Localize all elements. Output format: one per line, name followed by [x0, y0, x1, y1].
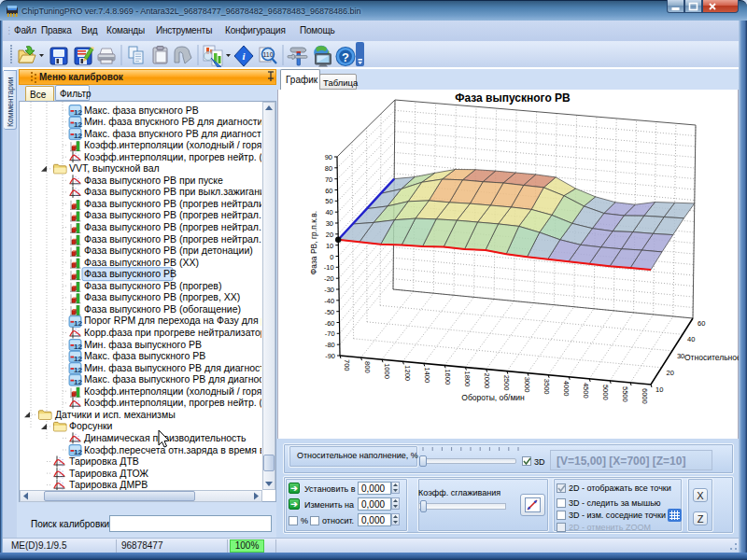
- svg-text:Коэфф.интерполяции (холодный /: Коэфф.интерполяции (холодный / горячий ): [84, 139, 261, 150]
- svg-text:-90: -90: [325, 352, 335, 360]
- svg-text:-40: -40: [324, 297, 334, 305]
- svg-text:Фаза выпускного РВ при пуске: Фаза выпускного РВ при пуске: [84, 175, 223, 186]
- svg-text:1000: 1000: [383, 363, 391, 379]
- svg-text:-20: -20: [324, 274, 334, 283]
- svg-text:Фаза выпускного РВ (прогрев не: Фаза выпускного РВ (прогрев нейтрал., хо…: [84, 209, 261, 220]
- svg-text:Макс. фаза впускного РВ для ди: Макс. фаза впускного РВ для диагностики: [84, 128, 261, 139]
- svg-text:Фаза РВ, гр.п.к.в.: Фаза РВ, гр.п.к.в.: [309, 211, 318, 274]
- svg-text:Тарировка ДТВ: Тарировка ДТВ: [69, 455, 139, 467]
- svg-text:Форсунки: Форсунки: [69, 420, 113, 431]
- svg-text:60: 60: [325, 187, 332, 195]
- svg-text:Фаза выпускного РВ: Фаза выпускного РВ: [455, 91, 571, 105]
- svg-text:Макс. фаза выпускного РВ для д: Макс. фаза выпускного РВ для диагностики: [84, 373, 261, 385]
- svg-text:4000: 4000: [562, 381, 571, 397]
- svg-text:-50: -50: [324, 308, 334, 316]
- svg-text:Фаза выпускного РВ при выкл.за: Фаза выпускного РВ при выкл.зажигания: [84, 186, 261, 197]
- svg-text:800: 800: [363, 361, 372, 373]
- svg-text:Макс. фаза выпускного РВ: Макс. фаза выпускного РВ: [84, 350, 205, 361]
- svg-text:Фаза выпускного РВ (прогрев не: Фаза выпускного РВ (прогрев нейтрал., XX…: [84, 221, 261, 232]
- svg-text:1200: 1200: [403, 365, 412, 381]
- svg-text:0: 0: [330, 253, 333, 261]
- svg-text:5000: 5000: [601, 385, 610, 400]
- svg-text:1400: 1400: [423, 367, 431, 383]
- svg-text:90: 90: [325, 153, 332, 161]
- svg-text:Фаза выпускного РВ (прогрев не: Фаза выпускного РВ (прогрев нейтрализато…: [84, 198, 261, 209]
- svg-text:Датчики и исп. механизмы: Датчики и исп. механизмы: [55, 409, 176, 420]
- svg-text:-60: -60: [325, 319, 335, 328]
- svg-text:Мин. фаза впускного РВ для диа: Мин. фаза впускного РВ для диагностики: [84, 116, 261, 127]
- svg-text:10: 10: [655, 385, 663, 394]
- svg-text:Мин. фаза выпускного РВ: Мин. фаза выпускного РВ: [84, 339, 202, 350]
- svg-text:Фаза выпускного РВ: Фаза выпускного РВ: [84, 268, 176, 279]
- svg-text:Мин. фаза выпускного РВ для ди: Мин. фаза выпускного РВ для диагностики: [84, 362, 261, 373]
- svg-text:Тарировка ДМРВ: Тарировка ДМРВ: [69, 479, 148, 490]
- svg-text:6000: 6000: [641, 388, 649, 404]
- svg-text:2500: 2500: [502, 375, 511, 391]
- svg-text:3500: 3500: [543, 379, 551, 395]
- svg-text:Корр.фаза при прогреве нейтрал: Корр.фаза при прогреве нейтрализатора: [84, 327, 261, 338]
- svg-text:1800: 1800: [463, 371, 472, 387]
- svg-text:Фаза выпускного РВ (обогащение: Фаза выпускного РВ (обогащение): [84, 303, 241, 315]
- svg-text:Коэфф.интерполяции (холодный /: Коэфф.интерполяции (холодный / горячий ): [84, 385, 261, 397]
- svg-text:-80: -80: [325, 341, 335, 349]
- svg-text:Фаза выпускного РВ (прогрев не: Фаза выпускного РВ (прогрев нейтрал., XX…: [84, 233, 261, 245]
- svg-text:50: 50: [325, 197, 332, 205]
- svg-text:Относительное н: Относительное н: [684, 353, 741, 362]
- svg-text:Порог RPM для перехода на Фазу: Порог RPM для перехода на Фазу для режим…: [84, 315, 261, 326]
- svg-text:40: 40: [325, 208, 332, 217]
- svg-text:3000: 3000: [523, 377, 531, 393]
- svg-text:60: 60: [698, 319, 705, 328]
- svg-text:40: 40: [687, 335, 695, 343]
- svg-text:700: 700: [343, 359, 351, 371]
- svg-text:80: 80: [325, 164, 332, 173]
- svg-text:Тарировка ДТОЖ: Тарировка ДТОЖ: [69, 468, 148, 479]
- svg-text:Коэфф.пересчета отн.заряда в в: Коэфф.пересчета отн.заряда в время впрыс…: [84, 444, 261, 455]
- svg-text:110: 110: [262, 51, 273, 58]
- svg-text:30: 30: [326, 219, 333, 228]
- svg-text:20: 20: [667, 369, 674, 377]
- svg-text:4500: 4500: [582, 383, 590, 399]
- svg-text:?: ?: [342, 50, 349, 64]
- svg-text:-10: -10: [324, 263, 334, 272]
- svg-text:Коэфф.интерполяции, прогрев не: Коэфф.интерполяции, прогрев нейтр. (холо…: [84, 397, 261, 408]
- svg-text:70: 70: [325, 175, 332, 184]
- svg-text:Фаза выпускного РВ (XX): Фаза выпускного РВ (XX): [84, 257, 199, 268]
- svg-text:Фаза выпускного РВ (прогрев): Фаза выпускного РВ (прогрев): [84, 280, 221, 291]
- svg-text:Обороты, об/мин: Обороты, об/мин: [461, 393, 525, 402]
- svg-text:VVT, выпускной вал: VVT, выпускной вал: [69, 162, 160, 174]
- svg-text:-30: -30: [324, 286, 334, 294]
- svg-text:30: 30: [677, 352, 684, 360]
- svg-text:Макс. фаза впускного РВ: Макс. фаза впускного РВ: [84, 105, 199, 116]
- svg-text:1600: 1600: [444, 369, 452, 385]
- svg-text:20: 20: [326, 231, 333, 239]
- svg-text:10: 10: [326, 242, 333, 250]
- svg-text:5500: 5500: [621, 386, 629, 402]
- svg-text:Коэфф.интерполяции, прогрев не: Коэфф.интерполяции, прогрев нейтр. (холо…: [84, 151, 261, 162]
- svg-text:-70: -70: [325, 329, 335, 338]
- svg-text:2000: 2000: [483, 373, 491, 389]
- svg-text:Фаза выпускного РВ (прогрев, X: Фаза выпускного РВ (прогрев, XX): [84, 291, 240, 302]
- svg-text:Фаза выпускного РВ (при детона: Фаза выпускного РВ (при детонации): [84, 245, 253, 256]
